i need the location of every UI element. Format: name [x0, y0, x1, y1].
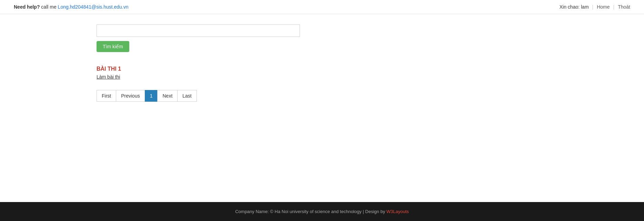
help-email-link[interactable]: Long.hd204841@sis.hust.edu.vn: [58, 4, 129, 10]
exam-item: BÀI THI 1 Làm bài thi: [97, 66, 547, 80]
help-text: Need help? call me Long.hd204841@sis.hus…: [14, 4, 129, 10]
pagination-previous[interactable]: Previous: [116, 90, 144, 102]
home-link[interactable]: Home: [597, 4, 610, 10]
exam-title: BÀI THI 1: [97, 66, 547, 72]
pagination-first[interactable]: First: [97, 90, 116, 102]
main-content: Tìm kiếm BÀI THI 1 Làm bài thi First Pre…: [0, 14, 644, 202]
header-right: Xin chao: lam | Home | Thoát: [560, 4, 630, 10]
divider: |: [592, 4, 594, 10]
call-me-label: call me: [41, 4, 56, 10]
logout-link[interactable]: Thoát: [618, 4, 630, 10]
search-input[interactable]: [97, 24, 300, 37]
header: Need help? call me Long.hd204841@sis.hus…: [0, 0, 644, 14]
search-area: Tìm kiếm: [97, 24, 547, 52]
footer-text: Company Name: © Ha Noi university of sci…: [235, 209, 385, 214]
footer-link[interactable]: W3Layouts: [386, 209, 409, 214]
pagination: First Previous 1 Next Last: [97, 90, 547, 102]
footer: Company Name: © Ha Noi university of sci…: [0, 202, 644, 221]
need-help-label: Need help?: [14, 4, 40, 10]
divider2: |: [613, 4, 615, 10]
greeting-text: Xin chao: lam: [560, 4, 589, 10]
pagination-last[interactable]: Last: [177, 90, 197, 102]
exam-link[interactable]: Làm bài thi: [97, 74, 120, 80]
pagination-next[interactable]: Next: [157, 90, 177, 102]
search-button[interactable]: Tìm kiếm: [97, 41, 129, 52]
pagination-current[interactable]: 1: [145, 90, 158, 102]
